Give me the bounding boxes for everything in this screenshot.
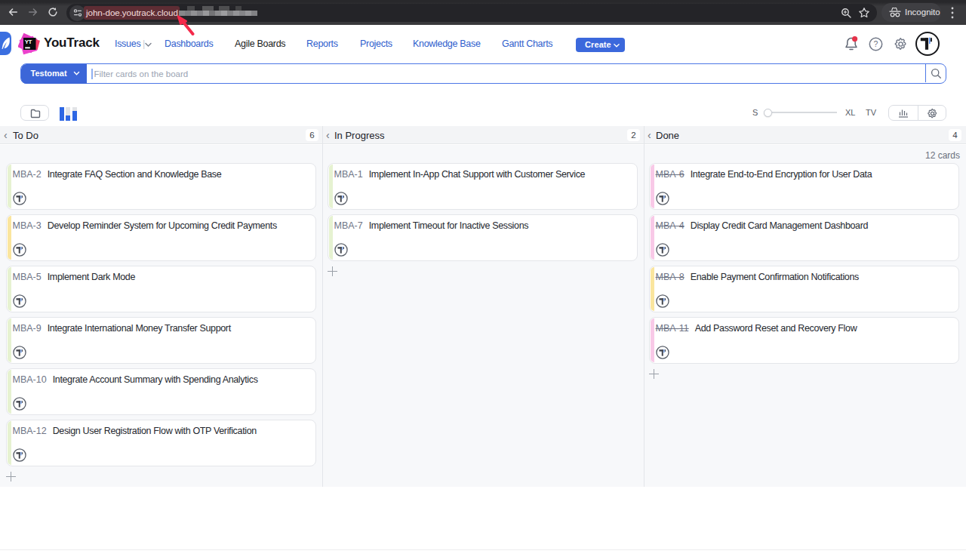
svg-text:?: ? — [874, 39, 878, 48]
svg-text:YT: YT — [25, 38, 32, 45]
